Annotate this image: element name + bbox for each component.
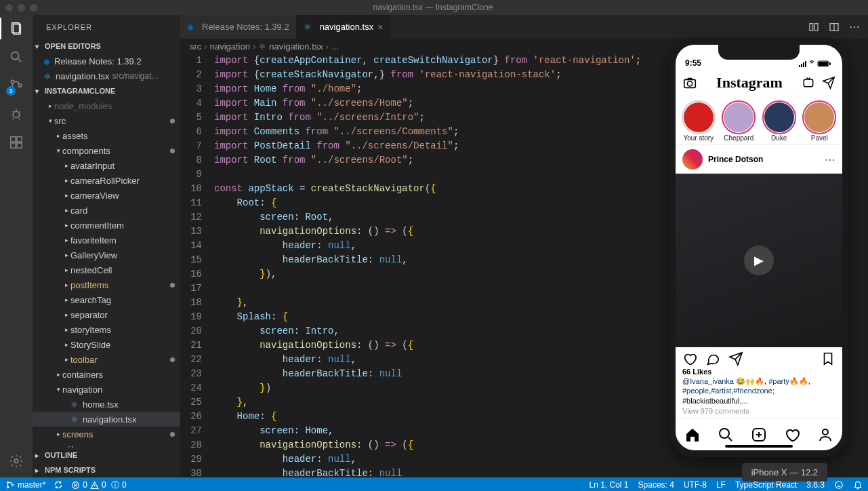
sb-position[interactable]: Ln 1, Col 1 — [589, 480, 628, 490]
svg-line-3 — [18, 59, 22, 62]
close-tab-icon[interactable]: × — [377, 22, 383, 33]
folder-item[interactable]: ▸node_modules — [33, 98, 180, 113]
bookmark-icon[interactable] — [821, 351, 835, 366]
file-tree: ▸node_modules▾src▸assets▾components▸avat… — [33, 98, 180, 448]
minimize-window-icon[interactable] — [18, 4, 25, 12]
tab-home-icon[interactable] — [684, 427, 701, 443]
extensions-icon[interactable] — [8, 134, 24, 151]
like-icon[interactable] — [682, 351, 697, 366]
view-comments[interactable]: View 979 comments — [676, 406, 842, 418]
tab-profile-icon[interactable] — [817, 427, 833, 443]
sb-spaces[interactable]: Spaces: 4 — [638, 480, 674, 490]
folder-item[interactable]: ▸toolbar — [33, 352, 180, 367]
folder-item[interactable]: ▸containers — [33, 367, 180, 382]
folder-item[interactable]: ▸cameraView — [33, 188, 180, 203]
open-editors-list: ◆Release Notes: 1.39.2⚛navigation.tsxsrc… — [33, 54, 180, 83]
tab-heart-icon[interactable] — [784, 427, 800, 443]
split-editor-icon[interactable] — [829, 22, 840, 33]
editor-tab[interactable]: ◆Release Notes: 1.39.2 — [180, 15, 297, 39]
project-header[interactable]: ▾INSTAGRAMCLONE — [33, 83, 180, 98]
comment-icon[interactable] — [705, 351, 720, 366]
folder-item[interactable]: ▾src — [33, 113, 180, 128]
stories-row[interactable]: Your storyCheppardDukePavel — [676, 96, 842, 145]
zoom-window-icon[interactable] — [30, 4, 37, 12]
ios-simulator: 9:55 Instagram Your storyCheppardDukePav… — [669, 38, 849, 457]
search-icon[interactable] — [8, 49, 24, 65]
svg-point-40 — [835, 482, 843, 489]
folder-item[interactable]: ▸searchTag — [33, 292, 180, 307]
camera-icon[interactable] — [682, 75, 697, 90]
file-item[interactable]: ·⚛navigation.tsx — [33, 412, 180, 427]
status-bar: master* 0 0 ⓘ 0 Ln 1, Col 1 Spaces: 4 UT… — [0, 477, 868, 491]
story-item[interactable]: Your story — [681, 100, 716, 142]
sb-branch[interactable]: master* — [5, 480, 45, 490]
breadcrumb-item[interactable]: navigation — [210, 41, 250, 52]
svg-point-12 — [14, 459, 18, 463]
window-title: navigation.tsx — InstagramClone — [45, 3, 868, 12]
story-item[interactable]: Cheppard — [722, 100, 757, 142]
line-gutter: 1234567891011121314151617181920212223242… — [180, 54, 214, 477]
send-icon[interactable] — [822, 76, 835, 90]
sb-bell-icon[interactable] — [853, 480, 863, 490]
settings-gear-icon[interactable] — [8, 453, 24, 469]
share-icon[interactable] — [728, 351, 743, 366]
folder-item[interactable]: ▸card — [33, 203, 180, 218]
debug-icon[interactable] — [8, 106, 24, 122]
folder-item[interactable]: ▸nestedCell — [33, 262, 180, 277]
tab-add-icon[interactable] — [751, 427, 767, 443]
svg-rect-20 — [805, 61, 806, 67]
svg-point-4 — [11, 80, 14, 83]
post-more-icon[interactable]: ⋯ — [825, 153, 835, 166]
explorer-icon[interactable] — [8, 20, 24, 37]
sb-feedback-icon[interactable] — [834, 480, 844, 490]
folder-item[interactable]: ▸GalleryView — [33, 248, 180, 262]
npm-header[interactable]: ▸NPM SCRIPTS — [33, 463, 180, 477]
breadcrumb-item[interactable]: ⚛navigation.tsx — [258, 41, 323, 52]
story-item[interactable]: Pavel — [802, 100, 838, 142]
post-caption: @Ivana_ivanka 😂🙌🔥, #party🔥🔥, #people,#ar… — [676, 376, 842, 406]
more-icon[interactable]: ⋯ — [849, 20, 860, 33]
folder-item[interactable]: ▸utils — [33, 441, 180, 448]
home-indicator[interactable] — [725, 445, 793, 448]
sb-lang[interactable]: TypeScript React — [735, 480, 797, 490]
tab-search-icon[interactable] — [718, 427, 734, 443]
folder-item[interactable]: ▸separator — [33, 307, 180, 322]
post-author[interactable]: Prince Dotson — [708, 155, 819, 164]
open-editors-header[interactable]: ▾OPEN EDITORS — [33, 39, 180, 54]
close-window-icon[interactable] — [5, 4, 13, 12]
svg-rect-11 — [17, 137, 22, 142]
sb-eol[interactable]: LF — [716, 480, 726, 490]
folder-item[interactable]: ▸favoriteItem — [33, 233, 180, 248]
sb-encoding[interactable]: UTF-8 — [684, 480, 707, 490]
simulator-label: iPhone X — 12.2 — [742, 463, 827, 482]
folder-item[interactable]: ▾navigation — [33, 382, 180, 397]
post-likes[interactable]: 66 Likes — [676, 368, 842, 376]
post-avatar[interactable] — [682, 149, 703, 170]
folder-item[interactable]: ▸assets — [33, 128, 180, 143]
sb-problems[interactable]: 0 0 ⓘ 0 — [71, 479, 126, 491]
folder-item[interactable]: ▸storyItems — [33, 322, 180, 337]
source-control-icon[interactable]: 3 — [8, 77, 24, 94]
file-item[interactable]: ·⚛home.tsx — [33, 397, 180, 412]
breadcrumb-item[interactable]: src — [190, 41, 201, 52]
folder-item[interactable]: ▾components — [33, 143, 180, 158]
play-icon[interactable]: ▶ — [744, 246, 774, 275]
editor-tab[interactable]: ⚛navigation.tsx× — [297, 15, 391, 39]
post-media[interactable]: ▶ — [676, 174, 842, 347]
compare-icon[interactable] — [808, 22, 819, 33]
sb-sync[interactable] — [54, 480, 63, 490]
story-item[interactable]: Duke — [762, 100, 797, 142]
svg-rect-22 — [819, 62, 828, 66]
open-editor-item[interactable]: ◆Release Notes: 1.39.2 — [33, 54, 180, 68]
folder-item[interactable]: ▸avatarInput — [33, 158, 180, 173]
outline-header[interactable]: ▸OUTLINE — [33, 448, 180, 463]
folder-item[interactable]: ▸StorySlide — [33, 337, 180, 352]
folder-item[interactable]: ▸commentItem — [33, 218, 180, 233]
igtv-icon[interactable] — [802, 76, 815, 90]
sb-tsver[interactable]: 3.6.3 — [806, 480, 825, 490]
open-editor-item[interactable]: ⚛navigation.tsxsrc/navigat... — [33, 68, 180, 83]
folder-item[interactable]: ▸postItems — [33, 277, 180, 292]
breadcrumb-item[interactable]: ... — [331, 41, 339, 52]
folder-item[interactable]: ▸cameraRollPicker — [33, 173, 180, 188]
folder-item[interactable]: ▸screens — [33, 427, 180, 441]
